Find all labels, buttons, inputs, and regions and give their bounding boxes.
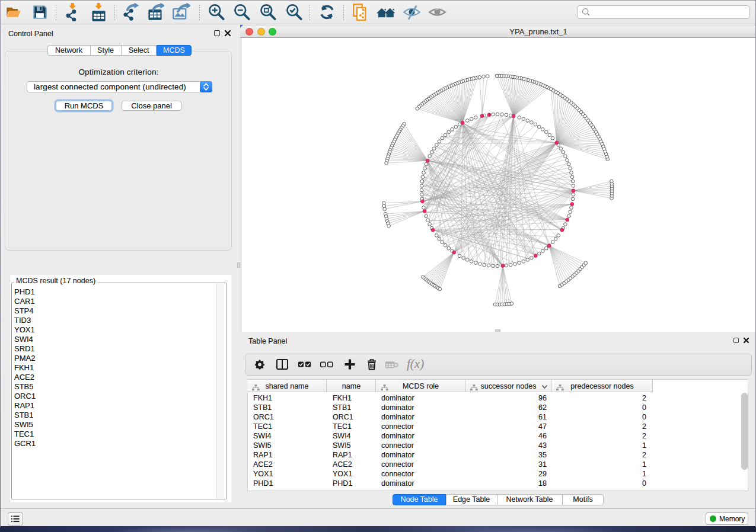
svg-text:f(x): f(x) [407,357,424,371]
